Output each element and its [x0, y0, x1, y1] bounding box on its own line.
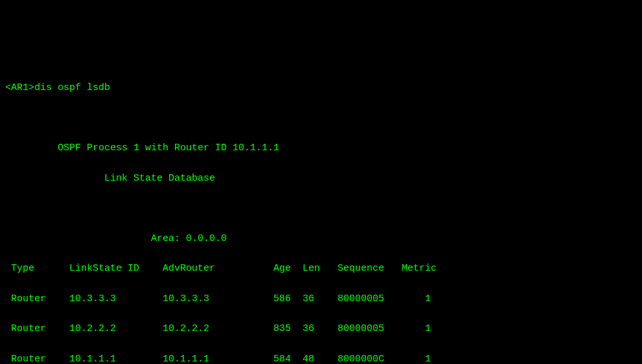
lsdb-header: Link State Database	[5, 171, 642, 186]
blank-line	[5, 201, 642, 216]
blank-line	[5, 111, 642, 126]
area-title: Area: 0.0.0.0	[5, 231, 642, 246]
command-prompt: <AR1>dis ospf lsdb	[5, 80, 642, 95]
table-row: Router 10.2.2.2 10.2.2.2 835 36 80000005…	[5, 321, 642, 336]
ospf-process-header: OSPF Process 1 with Router ID 10.1.1.1	[5, 141, 642, 155]
terminal-output: <AR1>dis ospf lsdb OSPF Process 1 with R…	[5, 65, 642, 364]
table-row: Router 10.1.1.1 10.1.1.1 584 48 8000000C…	[5, 352, 642, 364]
table-row: Router 10.3.3.3 10.3.3.3 586 36 80000005…	[5, 291, 642, 306]
area-columns-header: Type LinkState ID AdvRouter Age Len Sequ…	[5, 261, 642, 276]
